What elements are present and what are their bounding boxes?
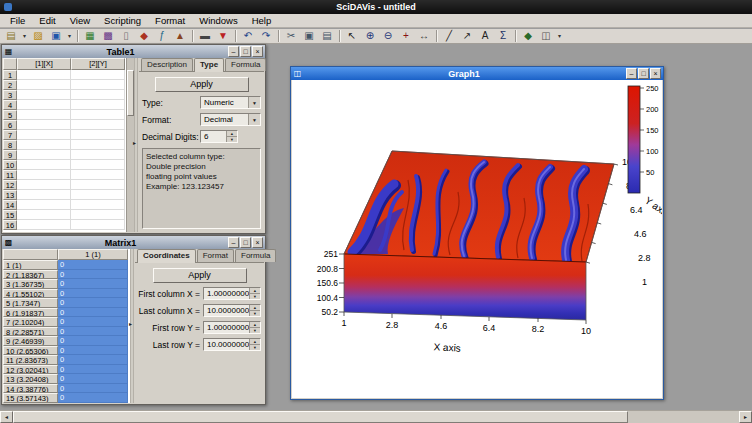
table1-apply-button[interactable]: Apply bbox=[155, 77, 249, 92]
matrix1-cell[interactable]: 0 bbox=[58, 327, 128, 337]
matrix1-row-header[interactable]: 6 (1.91837) bbox=[3, 308, 58, 318]
pointer-icon[interactable]: ↖ bbox=[343, 29, 361, 43]
matrix1-row-header[interactable]: 10 (2.65306) bbox=[3, 346, 58, 356]
matrix1-splitter[interactable]: ▸ bbox=[130, 249, 134, 403]
matrix1-row-header[interactable]: 3 (1.36735) bbox=[3, 279, 58, 289]
graph1-close-button[interactable]: × bbox=[650, 68, 661, 79]
matrix1-corner[interactable] bbox=[3, 249, 58, 260]
options-menu-icon[interactable]: ▾ bbox=[555, 29, 564, 43]
table1-row-header[interactable]: 14 bbox=[3, 200, 17, 210]
matrix1-minimize-button[interactable]: – bbox=[228, 237, 239, 248]
matrix1-close-button[interactable]: × bbox=[252, 237, 263, 248]
matrix1-cell[interactable]: 0 bbox=[58, 336, 128, 346]
table1-row-header[interactable]: 16 bbox=[3, 220, 17, 230]
table1-cell[interactable] bbox=[17, 120, 71, 130]
menu-windows[interactable]: Windows bbox=[192, 14, 245, 27]
matrix1-cell[interactable]: 0 bbox=[58, 346, 128, 356]
matrix1-row-header[interactable]: 15 (3.57143) bbox=[3, 393, 58, 403]
new-matrix-icon[interactable]: ▩ bbox=[99, 29, 117, 43]
graph1-maximize-button[interactable]: □ bbox=[638, 68, 649, 79]
scroll-right-button[interactable]: ► bbox=[739, 411, 752, 423]
draw-arrow-icon[interactable]: ↗ bbox=[458, 29, 476, 43]
matrix1-row-header[interactable]: 12 (3.02041) bbox=[3, 365, 58, 375]
matrix1-tab-format[interactable]: Format bbox=[197, 249, 234, 262]
table1-row-header[interactable]: 11 bbox=[3, 170, 17, 180]
table1-row-header[interactable]: 3 bbox=[3, 90, 17, 100]
plot-wizard-icon[interactable]: ◆ bbox=[519, 29, 537, 43]
table1-row-header[interactable]: 7 bbox=[3, 130, 17, 140]
spin-buttons[interactable]: ▴▾ bbox=[249, 288, 260, 299]
table1-cell[interactable] bbox=[17, 70, 71, 80]
table1-row-header[interactable]: 4 bbox=[3, 100, 17, 110]
new-table-icon[interactable]: ▦ bbox=[81, 29, 99, 43]
type-select[interactable]: Numeric ▼ bbox=[200, 96, 261, 109]
new-3d-surface-icon[interactable]: ▲ bbox=[171, 29, 189, 43]
table1-cell[interactable] bbox=[71, 140, 125, 150]
matrix1-grid[interactable]: 1 (1)1 (1)02 (1.18367)03 (1.36735)04 (1.… bbox=[3, 249, 130, 403]
table1-cell[interactable] bbox=[17, 100, 71, 110]
table1-row-header[interactable]: 5 bbox=[3, 110, 17, 120]
matrix1-cell[interactable]: 0 bbox=[58, 355, 128, 365]
graph1-canvas[interactable]: 251 200.8 150.6 100.4 50.2 1 2.8 bbox=[292, 80, 662, 398]
spin-buttons[interactable]: ▴▾ bbox=[249, 339, 260, 350]
table1-cell[interactable] bbox=[71, 130, 125, 140]
titlebar[interactable]: SciDAVis - untitled bbox=[0, 0, 752, 14]
table1-splitter[interactable]: ▸ bbox=[134, 58, 138, 232]
splitter-collapse-icon[interactable]: ▸ bbox=[133, 140, 136, 146]
save-project-icon[interactable]: ▣ bbox=[47, 29, 65, 43]
matrix1-cell[interactable]: 0 bbox=[58, 279, 128, 289]
last-row-y-spinner[interactable]: 10.0000000 ▴▾ bbox=[203, 338, 261, 351]
chevron-down-icon[interactable]: ▼ bbox=[248, 97, 260, 108]
table1-row-header[interactable]: 15 bbox=[3, 210, 17, 220]
matrix1-row-header[interactable]: 7 (2.10204) bbox=[3, 317, 58, 327]
matrix1-row-header[interactable]: 2 (1.18367) bbox=[3, 270, 58, 280]
matrix1-row-header[interactable]: 4 (1.55102) bbox=[3, 289, 58, 299]
format-select[interactable]: Decimal ▼ bbox=[200, 113, 261, 126]
table1-cell[interactable] bbox=[17, 140, 71, 150]
undo-icon[interactable]: ↶ bbox=[239, 29, 257, 43]
paste-icon[interactable]: ▤ bbox=[318, 29, 336, 43]
table1-cell[interactable] bbox=[17, 80, 71, 90]
table1-cell[interactable] bbox=[71, 210, 125, 220]
draw-line-icon[interactable]: ╱ bbox=[440, 29, 458, 43]
table1-row-header[interactable]: 12 bbox=[3, 180, 17, 190]
splitter-collapse-icon[interactable]: ▸ bbox=[129, 321, 132, 327]
table1-cell[interactable] bbox=[17, 150, 71, 160]
mdi-hscrollbar[interactable]: ◄ ► bbox=[0, 410, 752, 423]
table1-cell[interactable] bbox=[71, 200, 125, 210]
scroll-thumb[interactable] bbox=[13, 411, 628, 423]
table1-titlebar[interactable]: ▦ Table1 – □ × bbox=[2, 45, 265, 58]
spin-buttons[interactable]: ▴▾ bbox=[249, 305, 260, 316]
spin-buttons[interactable]: ▴▾ bbox=[226, 131, 237, 142]
table1-row-header[interactable]: 9 bbox=[3, 150, 17, 160]
matrix1-column-header[interactable]: 1 (1) bbox=[58, 249, 128, 260]
duplicate-window-icon[interactable]: ◫ bbox=[537, 29, 555, 43]
open-project-icon[interactable]: ▨ bbox=[29, 29, 47, 43]
first-column-x-spinner[interactable]: 1.00000000 ▴▾ bbox=[203, 287, 261, 300]
menu-edit[interactable]: Edit bbox=[32, 14, 62, 27]
matrix1-row-header[interactable]: 14 (3.38776) bbox=[3, 384, 58, 394]
table1-cell[interactable] bbox=[17, 220, 71, 230]
table1-cell[interactable] bbox=[71, 110, 125, 120]
table1-cell[interactable] bbox=[17, 160, 71, 170]
new-project-icon[interactable]: ▤ bbox=[2, 29, 20, 43]
matrix1-cell[interactable]: 0 bbox=[58, 384, 128, 394]
table1-tab-formula[interactable]: Formula bbox=[225, 58, 266, 71]
add-equation-icon[interactable]: Σ bbox=[494, 29, 512, 43]
matrix1-cell[interactable]: 0 bbox=[58, 270, 128, 280]
matrix1-cell[interactable]: 0 bbox=[58, 260, 128, 270]
matrix1-cell[interactable]: 0 bbox=[58, 317, 128, 327]
first-row-y-spinner[interactable]: 1.00000000 ▴▾ bbox=[203, 321, 261, 334]
table1-cell[interactable] bbox=[17, 90, 71, 100]
table1-maximize-button[interactable]: □ bbox=[240, 46, 251, 57]
table1-tab-type[interactable]: Type bbox=[194, 58, 224, 72]
table1-cell[interactable] bbox=[71, 180, 125, 190]
table1-vscroll-thumb[interactable] bbox=[127, 70, 134, 116]
zoom-out-icon[interactable]: ⊖ bbox=[379, 29, 397, 43]
table1-cell[interactable] bbox=[71, 170, 125, 180]
new-project-menu-icon[interactable]: ▾ bbox=[20, 29, 29, 43]
table1-cell[interactable] bbox=[71, 190, 125, 200]
table1-row-header[interactable]: 10 bbox=[3, 160, 17, 170]
graph1-titlebar[interactable]: ◫ Graph1 – □ × bbox=[291, 67, 663, 80]
chevron-down-icon[interactable]: ▼ bbox=[248, 114, 260, 125]
